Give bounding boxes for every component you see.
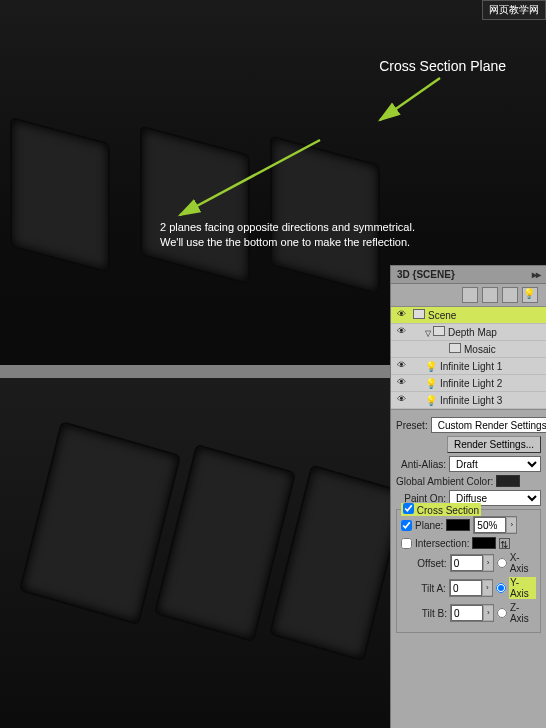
- annotation-line2: We'll use the the bottom one to make the…: [160, 236, 410, 248]
- tree-label-scene: Scene: [428, 310, 456, 321]
- tree-label-mosaic: Mosaic: [464, 344, 496, 355]
- tilt-b-stepper[interactable]: ›: [450, 604, 494, 622]
- tilt-a-input[interactable]: [450, 580, 482, 596]
- render-settings-button[interactable]: Render Settings...: [447, 436, 541, 453]
- panel-tab-3d-scene[interactable]: 3D {SCENE} ▸▸: [391, 266, 546, 284]
- intersection-label: Intersection:: [415, 538, 469, 549]
- cross-section-legend: Cross Section: [401, 503, 481, 516]
- y-axis-label: Y-Axis: [509, 577, 536, 599]
- render-letter-d: [270, 135, 380, 294]
- tree-row-light3[interactable]: 👁 💡 Infinite Light 3: [391, 392, 546, 409]
- preset-select[interactable]: Custom Render Settings: [431, 417, 546, 433]
- panel-tab-label: 3D {SCENE}: [397, 269, 455, 280]
- annotation-title: Cross Section Plane: [379, 58, 506, 74]
- preset-label: Preset:: [396, 420, 428, 431]
- tree-label-light2: Infinite Light 2: [440, 378, 502, 389]
- tree-row-depthmap[interactable]: 👁 ▽ Depth Map: [391, 324, 546, 341]
- y-axis-radio[interactable]: [496, 583, 506, 593]
- render-letter-p-2: [19, 421, 181, 625]
- stepper-arrow-icon[interactable]: ›: [506, 518, 516, 532]
- visibility-toggle[interactable]: 👁: [394, 360, 408, 372]
- visibility-toggle[interactable]: 👁: [394, 377, 408, 389]
- antialias-label: Anti-Alias:: [396, 459, 446, 470]
- 3d-panel: 3D {SCENE} ▸▸ 💡 👁 Scene 👁 ▽ Depth Map Mo…: [390, 265, 546, 728]
- flip-icon[interactable]: ⇅: [499, 538, 510, 549]
- stepper-arrow-icon[interactable]: ›: [482, 581, 492, 595]
- antialias-select[interactable]: Draft: [449, 456, 541, 472]
- intersection-checkbox[interactable]: [401, 538, 412, 549]
- visibility-toggle[interactable]: 👁: [394, 394, 408, 406]
- tree-label-light3: Infinite Light 3: [440, 395, 502, 406]
- panel-collapse-icon[interactable]: ▸▸: [532, 269, 540, 280]
- stepper-arrow-icon[interactable]: ›: [483, 556, 493, 570]
- ambient-color-swatch[interactable]: [496, 475, 520, 487]
- scene-tree: 👁 Scene 👁 ▽ Depth Map Mosaic 👁 💡 Infinit…: [391, 307, 546, 410]
- visibility-toggle[interactable]: 👁: [394, 326, 408, 338]
- offset-input[interactable]: [451, 555, 483, 571]
- annotation-body: 2 planes facing opposite directions and …: [160, 220, 415, 251]
- render-letter-s: [140, 125, 250, 284]
- x-axis-label: X-Axis: [510, 552, 536, 574]
- intersection-color-swatch[interactable]: [472, 537, 496, 549]
- tilt-a-stepper[interactable]: ›: [449, 579, 493, 597]
- render-settings-section: Preset: Custom Render Settings Render Se…: [391, 410, 546, 640]
- filter-materials-icon[interactable]: [502, 287, 518, 303]
- tree-row-light2[interactable]: 👁 💡 Infinite Light 2: [391, 375, 546, 392]
- tree-row-mosaic[interactable]: Mosaic: [391, 341, 546, 358]
- watermark-badge: 网页教学网: [482, 0, 546, 20]
- tree-label-depthmap: Depth Map: [448, 327, 497, 338]
- stepper-arrow-icon[interactable]: ›: [483, 606, 493, 620]
- paint-on-label: Paint On:: [396, 493, 446, 504]
- svg-line-0: [380, 78, 440, 120]
- offset-label: Offset:: [401, 558, 447, 569]
- filter-scene-icon[interactable]: [462, 287, 478, 303]
- mesh-icon: [433, 326, 445, 336]
- visibility-toggle[interactable]: 👁: [394, 309, 408, 321]
- x-axis-radio[interactable]: [497, 558, 507, 568]
- visibility-toggle[interactable]: [394, 343, 408, 355]
- scene-icon: [413, 309, 425, 319]
- plane-color-swatch[interactable]: [446, 519, 470, 531]
- filter-meshes-icon[interactable]: [482, 287, 498, 303]
- cross-section-legend-label: Cross Section: [417, 505, 479, 516]
- plane-checkbox[interactable]: [401, 520, 412, 531]
- offset-stepper[interactable]: ›: [450, 554, 494, 572]
- render-letter-p: [10, 117, 110, 274]
- tilt-a-label: Tilt A:: [401, 583, 446, 594]
- z-axis-label: Z-Axis: [510, 602, 536, 624]
- plane-opacity-input[interactable]: [474, 517, 506, 533]
- panel-filter-toolbar: 💡: [391, 284, 546, 307]
- tree-row-scene[interactable]: 👁 Scene: [391, 307, 546, 324]
- tree-row-light1[interactable]: 👁 💡 Infinite Light 1: [391, 358, 546, 375]
- filter-lights-icon[interactable]: 💡: [522, 287, 538, 303]
- plane-opacity-stepper[interactable]: ›: [473, 516, 517, 534]
- material-icon: [449, 343, 461, 353]
- plane-label: Plane:: [415, 520, 443, 531]
- tree-label-light1: Infinite Light 1: [440, 361, 502, 372]
- tilt-b-label: Tilt B:: [401, 608, 447, 619]
- expand-toggle[interactable]: ▽: [425, 329, 433, 338]
- tilt-b-input[interactable]: [451, 605, 483, 621]
- ambient-color-label: Global Ambient Color:: [396, 476, 493, 487]
- z-axis-radio[interactable]: [497, 608, 507, 618]
- cross-section-group: Cross Section Plane: › Intersection: ⇅ O…: [396, 509, 541, 633]
- annotation-line1: 2 planes facing opposite directions and …: [160, 221, 415, 233]
- cross-section-checkbox[interactable]: [403, 503, 414, 514]
